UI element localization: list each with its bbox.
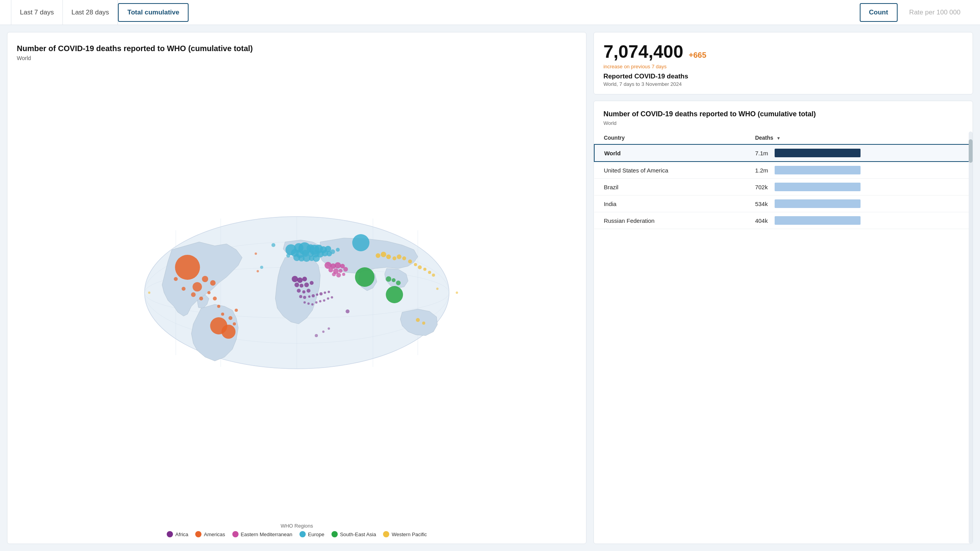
metric-group: Count Rate per 100 000 xyxy=(857,0,969,25)
metric-rate[interactable]: Rate per 100 000 xyxy=(901,0,969,25)
svg-point-19 xyxy=(213,297,217,300)
right-panel: 7,074,400 +665 increase on previous 7 da… xyxy=(593,32,973,544)
eastern-med-dot xyxy=(232,531,239,537)
svg-point-75 xyxy=(316,293,318,296)
col-deaths-label: Deaths xyxy=(755,135,773,141)
svg-point-56 xyxy=(339,269,342,273)
svg-point-17 xyxy=(199,297,203,300)
svg-point-95 xyxy=(392,256,396,260)
svg-point-98 xyxy=(408,260,412,263)
svg-point-94 xyxy=(386,254,391,259)
cell-country: Brazil xyxy=(594,179,746,196)
left-panel: Number of COVID-19 deaths reported to WH… xyxy=(7,32,586,544)
svg-point-18 xyxy=(207,291,210,294)
svg-point-49 xyxy=(336,248,340,252)
svg-point-8 xyxy=(175,255,200,280)
map-container xyxy=(17,66,577,519)
svg-point-16 xyxy=(191,292,196,297)
svg-point-62 xyxy=(297,277,303,283)
cell-deaths: 404k xyxy=(746,212,972,229)
svg-point-69 xyxy=(302,290,305,293)
svg-point-85 xyxy=(327,297,329,300)
svg-point-68 xyxy=(297,289,301,293)
svg-point-92 xyxy=(376,253,380,258)
stat-label: Reported COVID-19 deaths xyxy=(603,73,963,80)
legend-item-wp: Western Pacific xyxy=(383,531,427,537)
stat-number: 7,074,400 xyxy=(603,41,683,62)
svg-point-21 xyxy=(221,313,224,316)
table-row[interactable]: Russian Federation404k xyxy=(594,212,972,229)
cell-deaths: 702k xyxy=(746,179,972,196)
chart-subtitle: World xyxy=(17,55,577,61)
svg-point-87 xyxy=(355,267,374,287)
americas-label: Americas xyxy=(204,531,225,537)
svg-point-22 xyxy=(228,316,232,320)
svg-point-79 xyxy=(303,301,306,304)
svg-point-110 xyxy=(255,252,257,255)
africa-dot xyxy=(167,531,173,537)
table-card-subtitle: World xyxy=(594,120,973,132)
svg-point-65 xyxy=(299,284,303,288)
africa-label: Africa xyxy=(175,531,188,537)
svg-point-106 xyxy=(148,291,150,294)
svg-point-80 xyxy=(307,302,310,305)
svg-point-74 xyxy=(312,294,315,297)
bar-visual xyxy=(775,183,861,191)
svg-point-48 xyxy=(330,249,335,254)
deaths-table: Country Deaths ▼ World7.1mUnited States … xyxy=(594,132,973,229)
svg-point-66 xyxy=(304,283,309,287)
svg-point-72 xyxy=(303,296,306,299)
tab-group: Last 7 days Last 28 days Total cumulativ… xyxy=(11,0,192,25)
svg-point-77 xyxy=(324,291,326,294)
svg-point-82 xyxy=(315,301,317,304)
svg-point-81 xyxy=(311,303,314,306)
wp-label: Western Pacific xyxy=(392,531,427,537)
tab-total-cumulative[interactable]: Total cumulative xyxy=(118,3,189,22)
svg-point-12 xyxy=(202,276,208,282)
svg-point-23 xyxy=(233,322,236,325)
bar-visual xyxy=(775,166,861,174)
svg-point-70 xyxy=(306,289,310,293)
svg-point-11 xyxy=(192,282,202,291)
svg-point-52 xyxy=(335,262,341,268)
table-row[interactable]: United States of America1.2m xyxy=(594,162,972,179)
chart-title: Number of COVID-19 deaths reported to WH… xyxy=(17,43,577,53)
col-deaths[interactable]: Deaths ▼ xyxy=(746,132,972,144)
svg-point-63 xyxy=(302,277,307,281)
svg-point-99 xyxy=(414,263,417,266)
legend-item-sea: South-East Asia xyxy=(331,531,376,537)
table-row[interactable]: World7.1m xyxy=(594,144,972,162)
col-country: Country xyxy=(594,132,746,144)
tab-last28[interactable]: Last 28 days xyxy=(63,0,118,25)
table-row[interactable]: India534k xyxy=(594,196,972,212)
scrollbar-track[interactable] xyxy=(969,132,973,544)
legend-area: WHO Regions Africa Americas Eastern Medi… xyxy=(17,523,577,537)
legend-items: Africa Americas Eastern Mediterranean Eu… xyxy=(17,531,577,537)
svg-point-100 xyxy=(418,265,422,269)
metric-count[interactable]: Count xyxy=(860,3,898,22)
tab-last7[interactable]: Last 7 days xyxy=(11,0,63,25)
scrollbar-thumb[interactable] xyxy=(969,139,973,163)
svg-point-107 xyxy=(456,291,458,294)
svg-point-93 xyxy=(381,252,386,257)
svg-point-45 xyxy=(313,255,320,262)
svg-point-57 xyxy=(343,267,348,272)
svg-point-24 xyxy=(235,309,238,312)
table-row[interactable]: Brazil702k xyxy=(594,179,972,196)
table-card-title: Number of COVID-19 deaths reported to WH… xyxy=(594,110,973,120)
svg-point-67 xyxy=(310,281,314,285)
table-card: Number of COVID-19 deaths reported to WH… xyxy=(593,101,973,544)
svg-point-104 xyxy=(416,318,420,322)
stat-period: World, 7 days to 3 November 2024 xyxy=(603,81,963,87)
stat-card: 7,074,400 +665 increase on previous 7 da… xyxy=(593,32,973,94)
svg-point-105 xyxy=(422,322,425,325)
svg-point-108 xyxy=(260,266,263,269)
table-wrapper[interactable]: Country Deaths ▼ World7.1mUnited States … xyxy=(594,132,973,544)
cell-country: Russian Federation xyxy=(594,212,746,229)
cell-deaths: 1.2m xyxy=(746,162,972,179)
stat-main: 7,074,400 +665 xyxy=(603,41,963,62)
svg-point-96 xyxy=(397,254,401,259)
wp-dot xyxy=(383,531,389,537)
stat-delta: +665 xyxy=(689,51,706,60)
eastern-med-label: Eastern Mediterranean xyxy=(241,531,292,537)
